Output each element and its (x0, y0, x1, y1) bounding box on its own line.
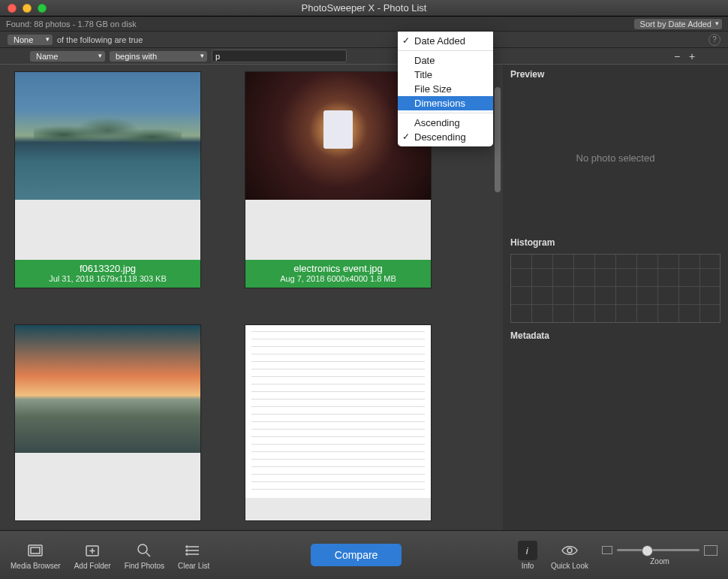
match-dropdown[interactable]: None (8, 35, 53, 45)
sort-menu-item[interactable]: Date (398, 53, 493, 68)
window-controls (0, 4, 47, 13)
sort-menu[interactable]: Date Added Date Title File Size Dimensio… (398, 32, 493, 146)
add-folder-icon (83, 541, 102, 560)
preview-empty-label: No photo selected (576, 152, 655, 164)
svg-point-14 (567, 548, 572, 553)
bottom-toolbar: Media Browser Add Folder Find Photos Cle… (0, 530, 728, 579)
find-photos-button[interactable]: Find Photos (125, 541, 164, 570)
found-count: Found: 88 photos - 1.78 GB on disk (6, 20, 137, 29)
photo-card[interactable]: f0613320.jpg Jul 31, 2018 1679x1118 303 … (15, 72, 200, 288)
photo-card[interactable] (15, 325, 200, 520)
svg-line-6 (146, 553, 150, 556)
compare-button[interactable]: Compare (311, 544, 402, 566)
find-photos-label: Find Photos (125, 562, 164, 570)
vertical-scrollbar[interactable] (492, 65, 503, 530)
scrollbar-thumb[interactable] (495, 87, 501, 192)
media-browser-label: Media Browser (11, 562, 61, 570)
photo-thumbnail (15, 72, 200, 200)
match-suffix-label: of the following are true (57, 35, 143, 44)
search-icon (134, 541, 154, 560)
clear-list-button[interactable]: Clear List (178, 541, 209, 570)
media-browser-icon (26, 541, 45, 560)
svg-point-5 (138, 544, 147, 553)
sort-menu-item[interactable]: Title (398, 68, 493, 82)
histogram-title: Histogram (503, 233, 728, 251)
svg-point-10 (186, 546, 188, 547)
clear-list-label: Clear List (178, 562, 209, 570)
photo-filename: electronics event.jpg (245, 263, 431, 274)
histogram-grid (510, 254, 720, 323)
info-button[interactable]: i Info (518, 541, 537, 570)
window-title: PhotoSweeper X - Photo List (0, 2, 728, 14)
minimize-icon[interactable] (23, 4, 32, 13)
svg-rect-1 (31, 547, 40, 553)
sort-menu-item[interactable]: Dimensions (398, 96, 493, 110)
quick-look-button[interactable]: Quick Look (551, 541, 588, 570)
sort-order-item[interactable]: Descending (398, 130, 493, 144)
filter-add-remove: − + (671, 50, 698, 62)
titlebar: PhotoSweeper X - Photo List (0, 0, 728, 17)
sidebar: Preview No photo selected Histogram Meta… (503, 65, 728, 530)
zoom-control: Zoom (602, 545, 717, 565)
info-icon: i (518, 541, 537, 560)
add-filter-icon[interactable]: + (686, 50, 698, 62)
help-icon[interactable]: ? (708, 34, 720, 46)
menu-separator (398, 50, 493, 51)
status-bar: Found: 88 photos - 1.78 GB on disk Sort … (0, 17, 728, 32)
maximize-icon[interactable] (38, 4, 47, 13)
menu-separator (398, 113, 493, 113)
close-icon[interactable] (8, 4, 17, 13)
preview-area: No photo selected (503, 83, 728, 233)
remove-filter-icon[interactable]: − (671, 50, 683, 62)
add-folder-button[interactable]: Add Folder (74, 541, 111, 570)
filter-value-input[interactable] (212, 50, 347, 62)
zoom-out-icon[interactable] (602, 546, 612, 554)
sort-menu-item[interactable]: File Size (398, 82, 493, 96)
svg-text:i: i (526, 544, 529, 556)
sort-dropdown[interactable]: Sort by Date Added (634, 19, 722, 29)
sort-order-item[interactable]: Ascending (398, 116, 493, 130)
filter-row-2: Name begins with − + (0, 48, 728, 65)
photo-card[interactable] (245, 325, 431, 520)
photo-filename: f0613320.jpg (15, 263, 200, 274)
photo-meta: Aug 7, 2018 6000x4000 1.8 MB (245, 274, 431, 283)
svg-point-11 (186, 550, 188, 551)
field-dropdown[interactable]: Name (30, 51, 105, 62)
info-label: Info (522, 562, 534, 570)
operator-dropdown[interactable]: begins with (110, 51, 207, 62)
photo-thumbnail (15, 325, 200, 453)
zoom-slider[interactable] (617, 549, 699, 551)
eye-icon (560, 541, 579, 560)
metadata-title: Metadata (503, 326, 728, 344)
preview-title: Preview (503, 65, 728, 83)
clear-list-icon (184, 541, 203, 560)
photo-thumbnail (245, 325, 431, 498)
add-folder-label: Add Folder (74, 562, 111, 570)
metadata-area (503, 344, 728, 530)
zoom-in-icon[interactable] (704, 545, 717, 556)
quick-look-label: Quick Look (551, 562, 588, 570)
histogram-area (503, 251, 728, 326)
zoom-label: Zoom (650, 557, 669, 565)
photo-meta: Jul 31, 2018 1679x1118 303 KB (15, 274, 200, 283)
media-browser-button[interactable]: Media Browser (11, 541, 61, 570)
sort-menu-item[interactable]: Date Added (398, 34, 493, 48)
svg-point-12 (186, 553, 188, 555)
filter-row-1: None of the following are true ? (0, 32, 728, 48)
